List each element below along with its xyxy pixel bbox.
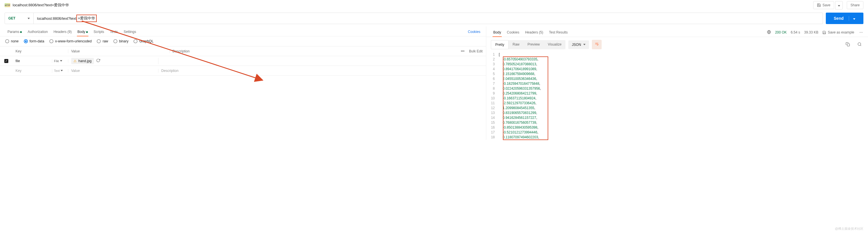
value-input[interactable]: Value [68, 69, 158, 73]
active-dot-icon [86, 31, 88, 33]
save-icon [823, 31, 826, 34]
tab-headers[interactable]: Headers (9) [51, 28, 74, 36]
body-type-label: none [11, 39, 19, 43]
svg-point-5 [858, 42, 861, 45]
chevron-down-icon [28, 18, 30, 19]
save-icon [817, 3, 821, 7]
svg-line-6 [860, 45, 861, 46]
send-dropdown[interactable] [849, 16, 856, 21]
send-button[interactable]: Send [826, 12, 863, 24]
chevron-down-icon [60, 60, 62, 62]
method-value: GET [8, 16, 16, 20]
type-select[interactable]: File [52, 59, 68, 63]
svg-rect-4 [847, 43, 849, 46]
save-as-label: Save as example [828, 30, 854, 34]
url-text: localhost:8806/text?text [37, 16, 76, 21]
save-dropdown-button[interactable] [835, 1, 843, 9]
body-type-label: GraphQL [139, 39, 153, 43]
file-chip[interactable]: ⚠ hand.jpg [71, 58, 94, 64]
cookies-link[interactable]: Cookies [467, 28, 482, 36]
view-pretty[interactable]: Pretty [491, 40, 508, 49]
more-options-icon[interactable]: ⋯ [858, 30, 864, 34]
reload-icon[interactable] [96, 59, 100, 63]
body-type-form-data[interactable]: form-data [24, 39, 44, 43]
http-method-icon: HTTP [5, 3, 10, 7]
view-mode-group: Pretty Raw Preview Visualize [491, 40, 565, 49]
key-cell[interactable]: file [12, 59, 52, 63]
bulk-edit-link[interactable]: Bulk Edit [469, 49, 483, 53]
format-select[interactable]: JSON [568, 40, 589, 49]
save-as-example-button[interactable]: Save as example [823, 30, 854, 34]
file-name: hand.jpg [79, 59, 92, 63]
method-select[interactable]: GET [5, 13, 34, 24]
body-type-none[interactable]: none [5, 39, 19, 43]
line-gutter: 123456789101112131415161718 [491, 52, 499, 140]
chevron-down-icon [583, 44, 586, 45]
value-cell[interactable]: ⚠ hand.jpg [68, 58, 158, 64]
body-type-raw[interactable]: raw [97, 39, 108, 43]
send-label: Send [834, 16, 844, 21]
tab-params-label: Params [7, 30, 19, 34]
body-type-urlencoded[interactable]: x-www-form-urlencoded [50, 39, 92, 43]
type-select[interactable]: Text [52, 69, 68, 73]
table-row-empty: Key Text Value Description [0, 66, 486, 76]
body-type-label: raw [102, 39, 108, 43]
resp-tab-test-results[interactable]: Test Results [546, 28, 570, 37]
row-options-icon[interactable]: ••• [461, 49, 464, 53]
row-checkbox[interactable]: ✓ [4, 59, 8, 63]
warning-icon: ⚠ [73, 59, 76, 63]
resp-tab-body[interactable]: Body [490, 28, 504, 37]
type-value: Text [54, 69, 60, 73]
tab-params[interactable]: Params [5, 28, 25, 36]
type-value: File [54, 59, 59, 63]
view-preview[interactable]: Preview [524, 40, 544, 49]
table-row: ✓ file File ⚠ hand.jpg [0, 56, 486, 66]
globe-icon[interactable] [767, 30, 771, 35]
status-code: 200 OK [775, 30, 787, 34]
save-button[interactable]: Save [813, 1, 834, 9]
active-dot-icon [20, 31, 22, 33]
response-body[interactable]: 123456789101112131415161718 [ -0.6570504… [486, 52, 868, 140]
body-type-label: binary [119, 39, 129, 43]
save-label: Save [823, 3, 830, 7]
copy-icon[interactable] [844, 40, 851, 49]
watermark: @稀土掘金技术社区 [835, 227, 863, 231]
response-time: 6.54 s [791, 30, 800, 34]
header-description: Description [169, 49, 461, 53]
resp-tab-cookies[interactable]: Cookies [504, 28, 522, 37]
tab-tests[interactable]: Tests [107, 28, 121, 36]
form-data-table: Key Value Description ••• Bulk Edit ✓ fi… [0, 46, 486, 76]
resp-tab-headers[interactable]: Headers (5) [522, 28, 546, 37]
search-icon[interactable] [856, 40, 863, 49]
tab-body[interactable]: Body [74, 28, 91, 36]
tab-authorization[interactable]: Authorization [25, 28, 51, 36]
chevron-down-icon [61, 70, 63, 71]
key-input[interactable]: Key [12, 69, 52, 73]
body-type-label: form-data [30, 39, 44, 43]
tab-settings[interactable]: Settings [121, 28, 139, 36]
wrap-lines-button[interactable] [592, 40, 601, 49]
body-type-graphql[interactable]: GraphQL [133, 39, 153, 43]
url-highlight-annotation: =爱我中华 [76, 14, 97, 22]
body-type-label: x-www-form-urlencoded [55, 39, 92, 43]
response-size: 39.33 KB [804, 30, 818, 34]
tab-body-label: Body [78, 30, 85, 34]
share-label: Share [850, 3, 860, 7]
view-raw[interactable]: Raw [508, 40, 524, 49]
chevron-down-icon [853, 18, 856, 20]
format-value: JSON [572, 43, 581, 47]
header-value: Value [68, 49, 169, 53]
chevron-down-icon [838, 5, 840, 7]
url-bar: GET localhost:8806/text?text=爱我中华 [5, 12, 823, 24]
view-visualize[interactable]: Visualize [544, 40, 565, 49]
header-key: Key [12, 49, 68, 53]
request-title: localhost:8806/text?text=爱我中华 [12, 3, 69, 8]
description-input[interactable]: Description [158, 69, 486, 73]
code-content: [ -0.6570504903793335, 0.785052418708801… [499, 52, 541, 140]
url-input[interactable]: localhost:8806/text?text=爱我中华 [34, 13, 823, 24]
tab-scripts[interactable]: Scripts [91, 28, 107, 36]
body-type-binary[interactable]: binary [113, 39, 129, 43]
share-button[interactable]: Share [847, 1, 863, 9]
